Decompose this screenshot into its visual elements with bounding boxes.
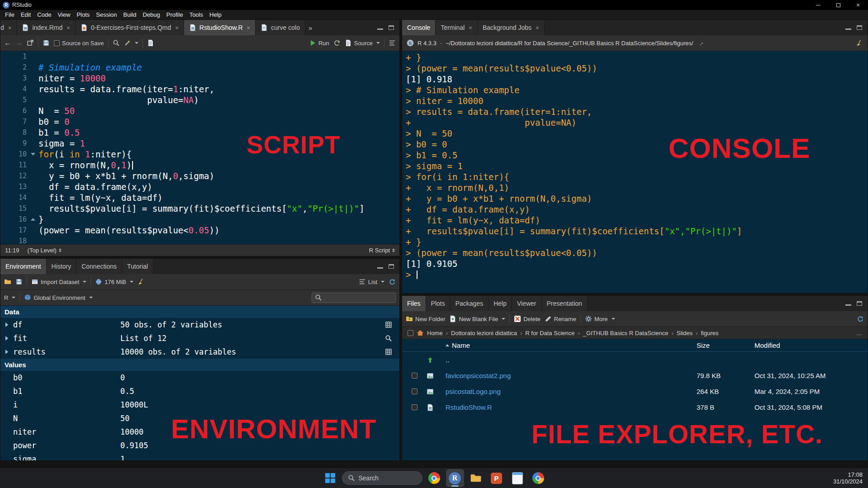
taskbar-clock[interactable]: 17:08 31/10/2024 xyxy=(833,471,863,485)
files-tab-packages[interactable]: Packages xyxy=(451,296,489,311)
column-header-modified[interactable]: Modified xyxy=(754,341,868,349)
files-tab-plots[interactable]: Plots xyxy=(426,296,451,311)
environment-tab-tutorial[interactable]: Tutorial xyxy=(122,259,153,274)
clear-console-icon[interactable] xyxy=(856,39,863,47)
file-checkbox[interactable] xyxy=(412,373,417,379)
expand-icon[interactable] xyxy=(0,336,13,341)
file-checkbox[interactable] xyxy=(412,404,417,410)
file-type-selector[interactable]: R Script xyxy=(369,247,395,254)
env-row-b1[interactable]: b10.5 xyxy=(0,384,399,398)
load-workspace-icon[interactable] xyxy=(4,278,11,285)
taskbar-file-explorer-icon[interactable] xyxy=(467,469,485,487)
save-icon[interactable] xyxy=(43,39,50,47)
breadcrumb-home[interactable]: Home xyxy=(427,330,443,336)
expand-icon[interactable] xyxy=(0,350,13,354)
environment-search[interactable] xyxy=(312,293,396,303)
env-row-i[interactable]: i10000L xyxy=(0,398,399,412)
environment-tab-history[interactable]: History xyxy=(47,259,77,274)
new-blank-file-button[interactable]: New Blank File xyxy=(449,315,505,322)
maximize-button[interactable] xyxy=(828,0,848,10)
breadcrumb-figures[interactable]: figures xyxy=(701,330,719,336)
code-line-4[interactable]: 4results = data.frame(iter=1:niter, xyxy=(0,84,399,95)
list-view-button[interactable]: List xyxy=(359,278,384,285)
fold-marker-icon[interactable] xyxy=(28,214,38,225)
file-row-rstudioshow-r[interactable]: RRstudioShow.R378 BOct 31, 2024, 5:08 PM xyxy=(402,399,868,415)
code-line-18[interactable]: 18 xyxy=(0,236,399,244)
maximize-pane-icon[interactable] xyxy=(857,25,862,30)
source-tab-rstudioshow-r[interactable]: RRstudioShow.R× xyxy=(184,20,256,35)
source-button[interactable]: Source xyxy=(345,39,380,47)
menu-profile[interactable]: Profile xyxy=(163,11,186,19)
select-all-checkbox[interactable] xyxy=(408,330,413,336)
tab-close-icon[interactable]: × xyxy=(247,24,251,31)
goto-directory-icon[interactable]: → xyxy=(695,38,706,48)
env-row-fit[interactable]: fitList of 12 xyxy=(0,332,399,345)
menu-file[interactable]: File xyxy=(2,11,18,19)
source-on-save-toggle[interactable]: Source on Save xyxy=(54,40,104,47)
environment-tab-environment[interactable]: Environment xyxy=(0,259,47,274)
file-name[interactable]: .. xyxy=(442,356,697,364)
taskbar-powerpoint-icon[interactable]: P xyxy=(488,469,506,487)
taskbar-rstudio-icon[interactable]: R xyxy=(446,469,464,487)
grid-icon[interactable] xyxy=(385,321,392,328)
breadcrumb-slides[interactable]: Slides xyxy=(677,330,693,336)
menu-help[interactable]: Help xyxy=(206,11,225,19)
code-line-11[interactable]: 11 x = rnorm(N,0,1) xyxy=(0,160,399,171)
minimize-pane-icon[interactable] xyxy=(377,264,383,269)
menu-edit[interactable]: Edit xyxy=(18,11,34,19)
more-button[interactable]: More xyxy=(585,315,615,322)
code-line-2[interactable]: 2# Simulation example xyxy=(0,62,399,73)
maximize-pane-icon[interactable] xyxy=(857,301,862,306)
code-line-14[interactable]: 14 fit = lm(y~x, data=df) xyxy=(0,192,399,203)
files-tab-help[interactable]: Help xyxy=(489,296,512,311)
source-tab-index-rmd[interactable]: Rindex.Rmd× xyxy=(17,20,76,35)
environment-search-input[interactable] xyxy=(324,294,393,301)
code-line-12[interactable]: 12 y = b0 + x*b1 + rnorm(N,0,sigma) xyxy=(0,171,399,181)
save-workspace-icon[interactable] xyxy=(15,278,23,285)
refresh-environment-icon[interactable] xyxy=(389,278,396,285)
breadcrumb-r-for-data-science[interactable]: R for Data Science xyxy=(525,330,574,336)
menu-session[interactable]: Session xyxy=(93,11,120,19)
file-row-item[interactable]: .. xyxy=(402,352,868,368)
rerun-icon[interactable] xyxy=(333,39,341,47)
tab-overflow-icon[interactable]: » xyxy=(305,20,315,35)
environment-tab-connections[interactable]: Connections xyxy=(76,259,122,274)
source-tab-curve-colo[interactable]: curve colo xyxy=(256,20,305,35)
env-row-results[interactable]: results10000 obs. of 2 variables xyxy=(0,345,399,359)
code-line-7[interactable]: 7b0 = 0 xyxy=(0,116,399,127)
code-line-5[interactable]: 5 pvalue=NA) xyxy=(0,95,399,105)
scope-selector[interactable]: (Top Level) xyxy=(28,247,62,254)
file-name[interactable]: psicostatLogo.png xyxy=(442,388,697,395)
code-line-15[interactable]: 15 results$pvalue[i] = summary(fit)$coef… xyxy=(0,203,399,214)
grid-icon[interactable] xyxy=(385,348,392,355)
taskbar-search[interactable]: Search xyxy=(342,471,422,485)
file-row-faviconpsicostat2-png[interactable]: faviconpsicostat2.png79.8 KBOct 31, 2024… xyxy=(402,368,868,384)
expand-icon[interactable] xyxy=(0,322,13,327)
files-tab-viewer[interactable]: Viewer xyxy=(512,296,542,311)
delete-button[interactable]: Delete xyxy=(514,315,541,322)
code-line-17[interactable]: 17(power = mean(results$pvalue<0.05)) xyxy=(0,225,399,236)
column-header-size[interactable]: Size xyxy=(697,341,754,349)
code-line-13[interactable]: 13 df = data.frame(x,y) xyxy=(0,181,399,192)
file-name[interactable]: RstudioShow.R xyxy=(442,403,697,411)
minimize-pane-icon[interactable] xyxy=(377,25,383,30)
files-tab-presentation[interactable]: Presentation xyxy=(542,296,588,311)
minimize-pane-icon[interactable] xyxy=(845,25,851,30)
import-dataset-button[interactable]: Import Dataset xyxy=(31,278,86,285)
minimize-button[interactable] xyxy=(808,0,828,10)
source-on-save-checkbox[interactable] xyxy=(54,40,60,46)
run-button[interactable]: Run xyxy=(309,39,329,47)
memory-usage-button[interactable]: 176 MiB xyxy=(95,278,133,285)
code-tools-button[interactable] xyxy=(124,39,138,47)
rename-button[interactable]: Rename xyxy=(545,315,576,322)
back-arrow-icon[interactable]: ← xyxy=(4,39,11,47)
tab-close-icon[interactable]: × xyxy=(469,24,472,31)
env-row-df[interactable]: df50 obs. of 2 variables xyxy=(0,318,399,332)
file-checkbox[interactable] xyxy=(412,389,417,394)
menu-plots[interactable]: Plots xyxy=(73,11,93,19)
file-row-psicostatlogo-png[interactable]: psicostatLogo.png264 KBMar 4, 2024, 2:05… xyxy=(402,384,868,399)
files-tab-files[interactable]: Files xyxy=(402,296,426,311)
clear-environment-icon[interactable] xyxy=(138,278,145,285)
file-name[interactable]: faviconpsicostat2.png xyxy=(442,372,697,379)
compile-report-icon[interactable] xyxy=(147,39,154,47)
